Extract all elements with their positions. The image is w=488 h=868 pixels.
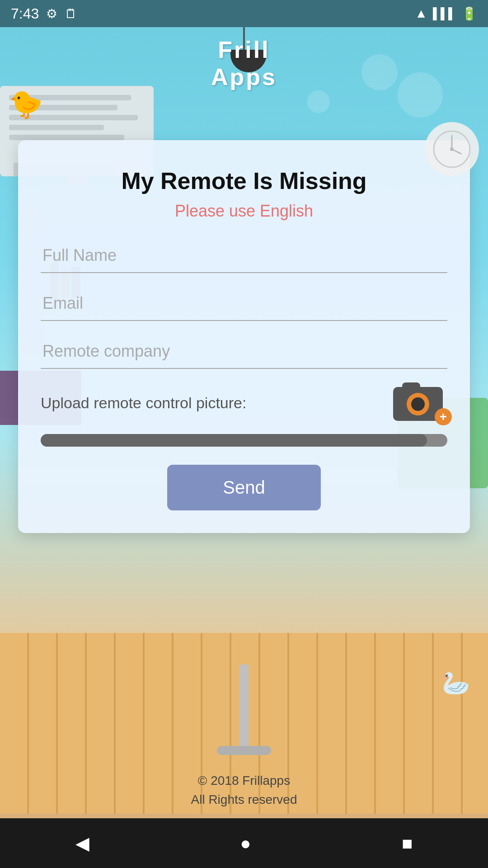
remote-company-input[interactable] xyxy=(41,335,447,369)
footer-line2: All Rights reserved xyxy=(0,790,488,809)
full-name-input[interactable] xyxy=(41,239,447,273)
bird-decoration: 🦢 xyxy=(442,670,470,696)
upload-row: Upload remote control picture: + xyxy=(41,382,447,423)
nav-home-button[interactable]: ● xyxy=(240,833,251,854)
status-bar: 7:43 ⚙ 🗒 ▲ ▌▌▌ 🔋 xyxy=(0,0,488,27)
upload-label: Upload remote control picture: xyxy=(41,393,246,413)
footer: © 2018 Frillapps All Rights reserved xyxy=(0,771,488,809)
duck-decoration: 🐤 xyxy=(9,88,43,120)
nav-bar: ◀ ● ■ xyxy=(0,818,488,868)
logo-line1: Frill xyxy=(211,36,277,63)
camera-plus-icon: + xyxy=(435,408,452,425)
table-base xyxy=(217,746,271,755)
signal-icon: ▌▌▌ xyxy=(433,7,456,20)
table-stand xyxy=(239,665,249,755)
modal-title: My Remote Is Missing xyxy=(41,167,447,194)
logo-line2: Apps xyxy=(211,63,277,90)
battery-icon: 🔋 xyxy=(461,6,477,21)
status-left: 7:43 ⚙ 🗒 xyxy=(11,5,77,22)
footer-line1: © 2018 Frillapps xyxy=(0,771,488,790)
wifi-icon: ▲ xyxy=(415,6,427,21)
progress-bar-fill xyxy=(41,434,427,447)
email-input[interactable] xyxy=(41,287,447,321)
send-button[interactable]: Send xyxy=(167,465,321,510)
bubble-deco-1 xyxy=(361,54,398,90)
progress-bar xyxy=(41,434,447,447)
bubble-deco-2 xyxy=(307,90,330,113)
clipboard-icon: 🗒 xyxy=(65,6,77,21)
nav-back-button[interactable]: ◀ xyxy=(75,833,89,854)
settings-icon: ⚙ xyxy=(46,6,57,21)
nav-recent-button[interactable]: ■ xyxy=(402,833,413,854)
camera-lens-inner xyxy=(411,397,425,411)
app-logo: Frill Apps xyxy=(211,36,277,90)
modal-subtitle: Please use English xyxy=(41,202,447,221)
svg-point-3 xyxy=(450,147,454,151)
bubble-deco-3 xyxy=(398,72,443,118)
camera-lens xyxy=(407,393,429,415)
status-time: 7:43 xyxy=(11,5,39,22)
modal-card: My Remote Is Missing Please use English … xyxy=(18,140,470,533)
camera-upload-button[interactable]: + xyxy=(393,382,447,423)
status-right: ▲ ▌▌▌ 🔋 xyxy=(415,6,477,21)
clock-decoration xyxy=(425,122,479,176)
